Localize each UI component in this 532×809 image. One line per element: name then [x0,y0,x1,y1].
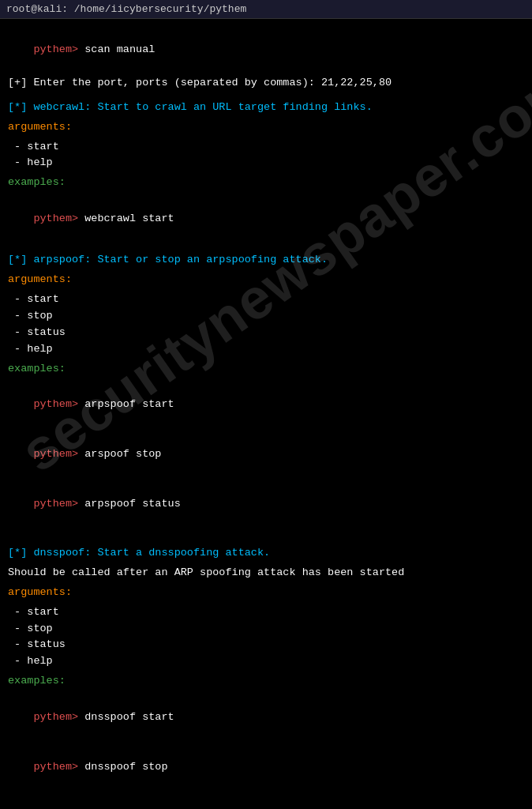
webcrawl-arg1: - start [8,139,524,156]
dnsspoof-ex1-prompt: pythem> [33,711,84,723]
dnsspoof-ex2: pythem> dnsspoof stop [8,743,524,792]
arpspoof-arg3: - status [8,325,524,341]
arpspoof-ex3: pythem> arpspoof status [8,480,524,529]
arpspoof-ex2-prompt: pythem> [33,448,84,460]
webcrawl-examples-label: examples: [8,175,524,191]
terminal: pythem> scan manual [+] Enter the port, … [0,19,532,809]
arpspoof-ex2: pythem> arspoof stop [8,430,524,480]
arpspoof-arg1: - start [8,292,524,308]
arpspoof-ex1-cmd: arpspoof start [84,398,174,410]
arpspoof-args-label: arguments: [8,272,524,288]
arpspoof-ex3-prompt: pythem> [33,498,84,510]
titlebar: root@kali: /home/iicybersecurity/pythem [0,0,532,19]
webcrawl-ex1-prompt: pythem> [33,213,84,224]
dnsspoof-ex1: pythem> dnsspoof start [8,693,524,743]
arpspoof-ex1-prompt: pythem> [33,398,84,410]
dnsspoof-ex2-cmd: dnsspoof stop [84,761,167,773]
dnsspoof-ex1-cmd: dnsspoof start [84,711,174,723]
webcrawl-info: [*] webcrawl: Start to crawl an URL targ… [8,100,524,116]
arpspoof-arg4: - help [8,341,524,358]
webcrawl-ex1: pythem> webcrawl start [8,194,524,244]
dnsspoof-arg3: - status [8,637,524,653]
prompt-1: pythem> [33,43,84,55]
cmd-1: scan manual [84,43,155,55]
arpspoof-examples-label: examples: [8,361,524,378]
dnsspoof-desc: Should be called after an ARP spoofing a… [8,565,524,581]
webcrawl-ex1-cmd: webcrawl start [84,213,174,224]
arpspoof-ex1: pythem> arpspoof start [8,381,524,431]
dnsspoof-examples-label: examples: [8,673,524,690]
dnsspoof-arg1: - start [8,604,524,621]
arpspoof-arg2: - stop [8,308,524,325]
webcrawl-arg2: - help [8,155,524,171]
cmd-line-1: pythem> scan manual [8,25,524,75]
port-entry-line: [+] Enter the port, ports (separated by … [8,75,524,92]
dnsspoof-ex2-prompt: pythem> [33,761,84,773]
titlebar-text: root@kali: /home/iicybersecurity/pythem [6,3,246,15]
dnsspoof-arg2: - stop [8,621,524,638]
arpspoof-ex3-cmd: arpspoof status [84,498,181,510]
dnsspoof-info: [*] dnsspoof: Start a dnsspoofing attack… [8,545,524,562]
arpspoof-ex2-cmd: arspoof stop [84,448,161,460]
webcrawl-args-label: arguments: [8,119,524,136]
dnsspoof-ex3: pythem> dnsspoof status [8,792,524,809]
dnsspoof-args-label: arguments: [8,585,524,601]
arpspoof-info: [*] arpspoof: Start or stop an arpspoofi… [8,252,524,269]
dnsspoof-arg4: - help [8,653,524,670]
